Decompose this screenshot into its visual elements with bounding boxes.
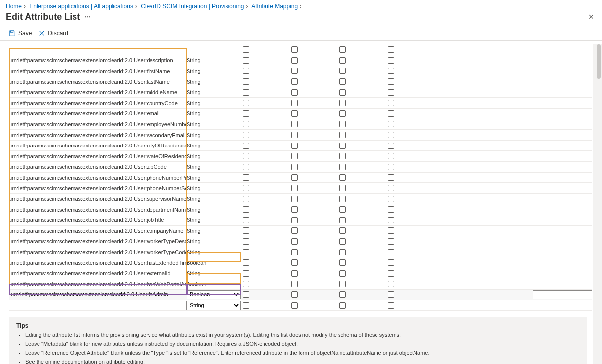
checkbox[interactable] [388, 259, 394, 266]
checkbox[interactable] [388, 121, 394, 127]
breadcrumb-link[interactable]: Attribute Mapping [251, 3, 298, 10]
checkbox[interactable] [388, 206, 394, 213]
checkbox[interactable] [388, 174, 394, 181]
checkbox[interactable] [388, 196, 394, 202]
checkbox[interactable] [339, 302, 346, 309]
checkbox[interactable] [339, 121, 346, 127]
checkbox[interactable] [243, 270, 249, 277]
checkbox[interactable] [291, 281, 298, 287]
checkbox[interactable] [339, 238, 346, 245]
checkbox[interactable] [339, 57, 346, 64]
checkbox[interactable] [243, 238, 249, 245]
checkbox[interactable] [388, 100, 394, 106]
checkbox[interactable] [243, 185, 249, 191]
checkbox[interactable] [291, 164, 298, 170]
checkbox[interactable] [339, 174, 346, 181]
checkbox[interactable] [291, 78, 298, 85]
checkbox[interactable] [339, 153, 346, 159]
attr-name-input[interactable] [9, 290, 187, 299]
checkbox[interactable] [339, 259, 346, 266]
checkbox[interactable] [388, 78, 394, 85]
checkbox[interactable] [243, 291, 249, 298]
scrollbar-track[interactable] [593, 44, 602, 364]
breadcrumb-link[interactable]: ClearID SCIM Integration | Provisioning [141, 3, 244, 10]
checkbox[interactable] [291, 174, 298, 181]
attr-type-select[interactable]: StringBooleanIntegerDateTimeReferenceBin… [187, 290, 241, 299]
checkbox[interactable] [339, 110, 346, 117]
checkbox[interactable] [388, 238, 394, 245]
checkbox[interactable] [388, 270, 394, 277]
checkbox[interactable] [339, 164, 346, 170]
checkbox[interactable] [339, 270, 346, 277]
checkbox[interactable] [339, 227, 346, 234]
checkbox[interactable] [388, 143, 394, 149]
checkbox[interactable] [243, 100, 249, 106]
checkbox[interactable] [388, 89, 394, 96]
checkbox[interactable] [243, 164, 249, 170]
metadata-input[interactable] [533, 301, 592, 310]
checkbox[interactable] [388, 57, 394, 64]
checkbox[interactable] [339, 132, 346, 138]
checkbox[interactable] [339, 89, 346, 96]
checkbox[interactable] [339, 78, 346, 85]
checkbox[interactable] [388, 185, 394, 191]
checkbox[interactable] [388, 110, 394, 117]
discard-button[interactable]: Discard [38, 30, 68, 36]
checkbox[interactable] [291, 259, 298, 266]
checkbox[interactable] [291, 238, 298, 245]
close-icon[interactable]: ✕ [586, 11, 596, 23]
checkbox[interactable] [388, 68, 394, 74]
checkbox[interactable] [243, 68, 249, 74]
checkbox[interactable] [243, 121, 249, 127]
checkbox[interactable] [291, 196, 298, 202]
attr-name-input[interactable] [9, 301, 187, 310]
checkbox[interactable] [291, 185, 298, 191]
checkbox[interactable] [291, 143, 298, 149]
checkbox[interactable] [243, 46, 249, 53]
checkbox[interactable] [243, 249, 249, 255]
checkbox[interactable] [339, 249, 346, 255]
checkbox[interactable] [243, 196, 249, 202]
checkbox[interactable] [339, 100, 346, 106]
checkbox[interactable] [243, 259, 249, 266]
checkbox[interactable] [291, 110, 298, 117]
checkbox[interactable] [291, 121, 298, 127]
checkbox[interactable] [388, 132, 394, 138]
checkbox[interactable] [243, 110, 249, 117]
checkbox[interactable] [339, 217, 346, 223]
metadata-input[interactable] [533, 290, 592, 299]
checkbox[interactable] [291, 291, 298, 298]
checkbox[interactable] [243, 227, 249, 234]
checkbox[interactable] [243, 206, 249, 213]
checkbox[interactable] [388, 249, 394, 255]
checkbox[interactable] [388, 153, 394, 159]
checkbox[interactable] [339, 196, 346, 202]
checkbox[interactable] [339, 206, 346, 213]
checkbox[interactable] [243, 217, 249, 223]
checkbox[interactable] [388, 217, 394, 223]
checkbox[interactable] [243, 174, 249, 181]
checkbox[interactable] [291, 227, 298, 234]
breadcrumb-link[interactable]: Enterprise applications | All applicatio… [29, 3, 133, 10]
checkbox[interactable] [388, 227, 394, 234]
checkbox[interactable] [291, 89, 298, 96]
checkbox[interactable] [291, 68, 298, 74]
checkbox[interactable] [291, 57, 298, 64]
checkbox[interactable] [291, 46, 298, 53]
checkbox[interactable] [291, 249, 298, 255]
checkbox[interactable] [291, 302, 298, 309]
checkbox[interactable] [291, 153, 298, 159]
checkbox[interactable] [388, 46, 394, 53]
checkbox[interactable] [243, 302, 249, 309]
checkbox[interactable] [243, 78, 249, 85]
checkbox[interactable] [243, 153, 249, 159]
checkbox[interactable] [243, 57, 249, 64]
checkbox[interactable] [388, 302, 394, 309]
checkbox[interactable] [339, 281, 346, 287]
checkbox[interactable] [291, 132, 298, 138]
checkbox[interactable] [388, 281, 394, 287]
checkbox[interactable] [339, 46, 346, 53]
checkbox[interactable] [291, 100, 298, 106]
checkbox[interactable] [388, 164, 394, 170]
checkbox[interactable] [291, 206, 298, 213]
